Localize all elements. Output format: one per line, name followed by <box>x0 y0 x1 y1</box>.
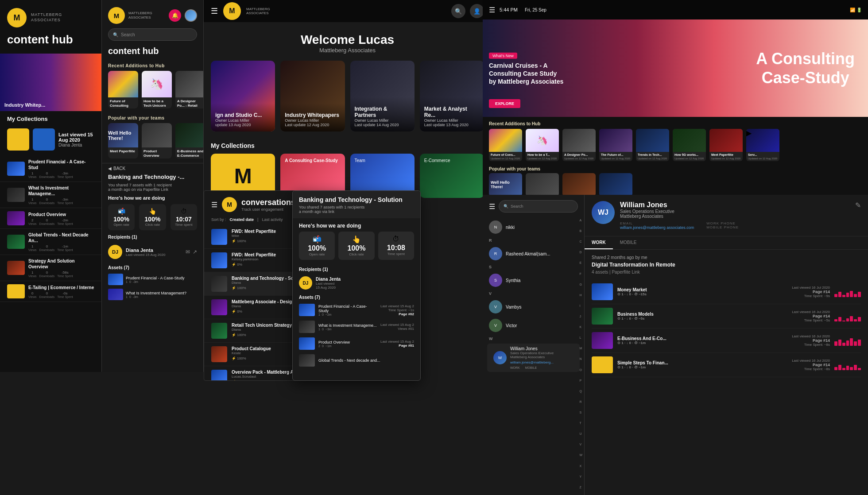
email-icon[interactable]: ✉ <box>186 249 190 255</box>
asset-row[interactable]: What Is Investment Manageme...1Views0Dow… <box>0 182 101 208</box>
notification-bell[interactable]: 🔔 <box>169 9 181 22</box>
teams-card[interactable]: Product Overview <box>142 123 172 159</box>
bp-asset-row[interactable]: Global Trends - Next decade and... <box>293 352 420 369</box>
asset-row[interactable]: Prudent Financial - A Case-Stud1Views0Do… <box>0 156 101 182</box>
explore-button[interactable]: EXPLORE <box>489 99 520 108</box>
wn-recent-card[interactable]: ▶ Serv... Updated on 12 Aug 2020 <box>746 129 779 161</box>
william-assets-count: 4 assets | Paperflite Link <box>592 270 861 275</box>
asset-mini-row[interactable]: Prudent Financial - A Case-Study 10-3m <box>108 272 197 287</box>
wn-team-card[interactable] <box>599 173 632 195</box>
wn-recent-thumb <box>562 129 596 152</box>
conv-hamburger-icon[interactable]: ☰ <box>211 201 217 209</box>
contact-item[interactable]: V Vambys <box>483 298 584 316</box>
recipient-name: Diana Jenta <box>126 248 165 253</box>
william-asset-row[interactable]: Business Models ⊙ 1 · ↓ 0 · ⏱ ~5s Last v… <box>592 304 861 329</box>
contact-item[interactable]: V Victor <box>483 316 584 335</box>
contact-item[interactable]: R Rasheed Akmal(sam... <box>483 244 584 263</box>
hub-card[interactable]: A Designer Po... - Retail <box>175 71 203 108</box>
featured-card[interactable]: ign and Studio C... Owner Lucas Miller u… <box>211 61 275 131</box>
contacts-search-input[interactable]: 🔍 Search <box>499 200 578 213</box>
contact-avatar: R <box>489 247 502 260</box>
wn-time: 5:44 PM <box>500 7 518 12</box>
bp-open-rate: 📬 100% Open rate <box>299 232 335 260</box>
collection-item[interactable]: Last viewed 15 Aug 2020 Diana Jenta <box>0 125 101 154</box>
tab-mobile[interactable]: MOBILE <box>613 236 644 249</box>
featured-card[interactable]: Market & Analyst Re... Owner Lucas Mille… <box>420 61 484 131</box>
contact-item[interactable]: N nikki <box>483 218 584 236</box>
back-button[interactable]: ◀ BACK <box>108 166 197 171</box>
contacts-ham-icon[interactable]: ☰ <box>489 202 495 211</box>
mini-chart <box>834 335 861 346</box>
panel1-header: M MATTLEBERGASSOCIATES <box>0 0 101 33</box>
banking-section: ◀ BACK Banking and Technology -... You s… <box>102 163 203 305</box>
hub-card-thumb: 🦄 <box>142 71 172 97</box>
william-asset-row[interactable]: Simple Steps To Finan... ⊙ 1 · ↓ 0 · ⏱ ~… <box>592 353 861 377</box>
wn-recent-card[interactable]: A Designer Po... Updated on 12 Aug 2020 <box>562 129 596 161</box>
asset-row[interactable]: E-Tailing | Ecommerce / Interne0Views0Do… <box>0 281 101 302</box>
teams-card-thumb <box>142 123 172 147</box>
wn-team-card[interactable]: Well Hello There! <box>489 173 522 195</box>
user-avatar[interactable] <box>185 9 197 22</box>
how-doing: Here's how we are doing <box>108 195 197 201</box>
william-edit-button[interactable]: ✎ <box>855 201 861 209</box>
recipient-row[interactable]: DJ Diana Jenta Last viewed 15 Aug 2020 ✉… <box>108 242 197 262</box>
banking-popup-how: Here's how we are doing <box>293 218 420 232</box>
wn-hero-text: What's New Carnival Cruises - A Consulti… <box>489 51 569 86</box>
wn-recent-card[interactable]: Trends in Tech... Updated on 12 Aug 2020 <box>636 129 669 161</box>
wn-recent-card[interactable]: How 5G works... Updated on 12 Aug 2020 <box>673 129 706 161</box>
wn-recent-card[interactable]: Meet Paperflite Updated on 12 Aug 2020 <box>709 129 743 161</box>
collection-thumb-blue <box>33 128 55 151</box>
wn-team-card[interactable] <box>562 173 596 195</box>
collection-ecomm[interactable]: E-Commerce <box>420 154 484 198</box>
wn-recent-card[interactable]: Future of Cons... Updated on 12 Aug 2020 <box>489 129 522 161</box>
search-button[interactable]: 🔍 <box>451 4 465 18</box>
bp-recipient-row[interactable]: DJ Diana Jenta Last viewed15 Aug 2020 <box>293 274 420 292</box>
hub-card[interactable]: Future of Consulting <box>108 71 138 108</box>
search-input[interactable]: 🔍 Search <box>108 28 197 41</box>
wn-recent-thumb <box>636 129 669 152</box>
collections-title: My Collections <box>211 142 484 149</box>
hero-label: Industry Whitep... <box>4 102 45 108</box>
asset-thumb-money-market <box>592 283 613 300</box>
share-icon[interactable]: ↗ <box>193 249 197 255</box>
teams-card[interactable]: Well Hello There! Meet Paperflite <box>108 123 138 159</box>
hamburger-icon[interactable]: ☰ <box>211 6 218 16</box>
teams-card-thumb <box>175 123 204 147</box>
contact-item-william[interactable]: W William Jones Sales Operations Executi… <box>487 344 580 372</box>
tab-work[interactable]: WORK <box>585 236 613 249</box>
asset-row[interactable]: Product Overview2Views0Downloads-2mTime … <box>0 208 101 229</box>
featured-card[interactable]: Integration & Partners Owner Lucas Mille… <box>350 61 415 131</box>
center-logo[interactable]: M <box>223 2 241 20</box>
asset-thumb <box>7 162 25 176</box>
recipient-avatar: DJ <box>108 245 122 259</box>
wn-team-card[interactable] <box>526 173 559 195</box>
logo[interactable]: M <box>7 8 27 27</box>
william-asset-row[interactable]: Money Market ⊙ 1 · ↓ 0 · ⏱ ~15s Last vie… <box>592 280 861 304</box>
bp-rec-date: Last viewed15 Aug 2020 <box>316 282 341 290</box>
bp-asset-row[interactable]: Prudent Financial - A Case-Study 10~2m L… <box>293 302 420 318</box>
conv-title: conversations <box>241 198 295 207</box>
contacts-alphabet: ABCDEFGHIJKLMNOPQRSTUVWXYZ <box>579 217 582 491</box>
wn-recent-card[interactable]: The Future of... Updated on 12 Aug 2020 <box>599 129 632 161</box>
asset-row[interactable]: Strategy And Solution Overview1Views0Dow… <box>0 255 101 281</box>
asset-mini-row[interactable]: What Is Investment Management? 10-3m <box>108 287 197 302</box>
wn-topbar: ☰ 5:44 PM Fri, 25 Sep 📶 🔋 <box>483 0 868 19</box>
wn-recent-card[interactable]: 🦄 How to be a T... Updated on 12 Aug 202… <box>526 129 559 161</box>
stats-row: 📬 100% Open rate 👆 100% Click rate ⏱ 10:… <box>108 204 197 230</box>
banking-meta: You shared 7 assets with 1 recipienta mo… <box>108 183 197 192</box>
wn-hamburger-icon[interactable]: ☰ <box>489 6 495 14</box>
teams-card[interactable]: E-Business and E-Commerce <box>175 123 204 159</box>
contact-item[interactable]: S Synthia <box>483 271 584 290</box>
hub-card[interactable]: 🦄 How to be a Tech Unicorn <box>142 71 172 108</box>
sort-created-button[interactable]: Created date <box>230 217 254 222</box>
asset-row[interactable]: Global Trends - Next Decade An...1Views0… <box>0 229 101 255</box>
conv-logo[interactable]: M <box>222 197 237 212</box>
bp-asset-row[interactable]: What is Investment Manageme... 10~3m Las… <box>293 318 420 335</box>
bp-asset-row[interactable]: Product Overview 20~1m Last viewed 15 Au… <box>293 335 420 352</box>
featured-card[interactable]: Industry Whitepapers Owner Lucas Miller … <box>280 61 345 131</box>
william-asset-row[interactable]: E-Business And E-Co... ⊙ 1 · ↓ 0 · ⏱ ~1m… <box>592 329 861 353</box>
logo2[interactable]: M <box>108 7 125 24</box>
bp-time-icon: ⏱ <box>381 235 411 243</box>
user-button[interactable]: 👤 <box>470 4 484 18</box>
sort-activity-button[interactable]: Last activity <box>262 217 283 222</box>
